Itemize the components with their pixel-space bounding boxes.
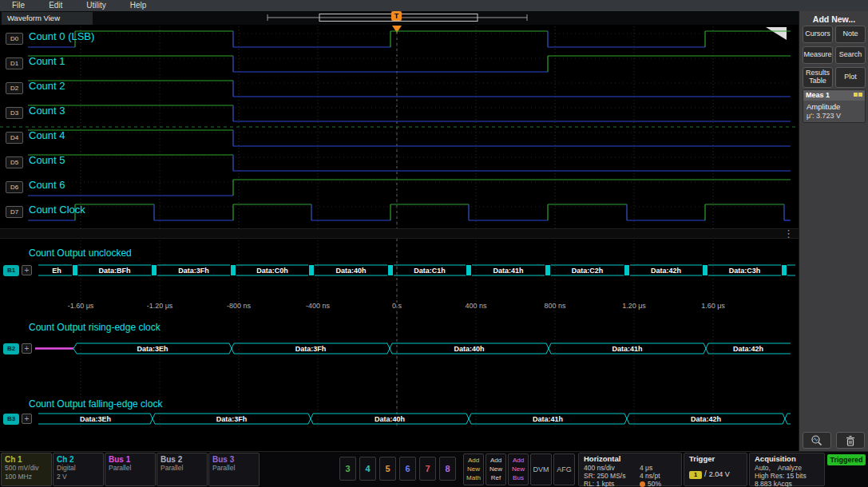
bus-value-label: Data:BFh [99,267,131,275]
channel-badge-name: Bus 3 [212,455,256,464]
horizontal-value: 4 ns/pt [640,472,660,480]
add-new-bus-button[interactable]: AddNewBus [508,453,529,485]
digital-badge-D1[interactable]: D1 [6,57,23,69]
menu-item-edit[interactable]: Edit [37,0,74,11]
acquisition-mode: Auto, Analyze [755,464,802,472]
digital-badge-D4[interactable]: D4 [6,132,23,144]
bus-transition-icon [231,265,236,275]
menu-item-help[interactable]: Help [118,0,159,11]
trigger-position-marker[interactable]: T [391,11,402,21]
bus-transition-icon [388,265,393,275]
channel-5-button[interactable]: 5 [379,457,396,481]
digital-badge-D0[interactable]: D0 [6,33,23,45]
bus-value-label: Data:40h [375,415,405,423]
channel-4-button[interactable]: 4 [359,457,376,481]
zoom-button[interactable] [803,432,831,449]
bus-value-label: Data:C3h [729,267,761,275]
waveform-display[interactable]: EhData:BFhData:3FhData:C0hData:40hData:C… [0,25,799,451]
digital-channel-row: D4Count 4 [0,125,799,150]
time-axis-label: -1.60 μs [68,302,94,310]
channel-badge-name: Bus 1 [109,455,152,464]
oscilloscope-app: FileEditUtilityHelp Waveform View T EhDa… [0,0,868,487]
channel-6-button[interactable]: 6 [399,457,416,481]
bus-value-label: Data:40h [454,345,484,353]
horizontal-value: RL: 1 kpts [584,480,614,487]
dvm-button[interactable]: DVM [530,453,552,485]
add-new-measure-button[interactable]: Measure [803,46,833,64]
channel-badge-name: Ch 1 [5,455,48,464]
bus-value-label: Data:41h [493,267,523,275]
menu-item-file[interactable]: File [0,0,37,11]
time-axis-label: 1.60 μs [701,302,725,310]
time-axis-label: 1.20 μs [622,302,646,310]
digital-badge-D6[interactable]: D6 [6,181,23,193]
digital-label-D7: Count Clock [29,204,85,216]
bus-value-label: Data:3Eh [137,345,168,353]
digital-channel-row: D7Count Clock [0,200,799,224]
digital-label-D1: Count 1 [29,55,65,67]
time-axis-label: -400 ns [306,302,330,310]
bus-value-label: Data:C2h [572,267,604,275]
tab-waveform-view[interactable]: Waveform View [2,12,93,25]
digital-label-D5: Count 5 [29,154,65,166]
acquisition-resolution: High Res: 15 bits [755,472,807,480]
horizontal-value: 400 ns/div [584,464,615,472]
bus-value-label: Data:40h [335,267,366,275]
add-new-math-button[interactable]: AddNewMath [463,453,484,485]
trigger-title: Trigger [684,453,747,464]
meas-badge[interactable]: Meas 1 Amplitude μ': 3.723 V [803,89,866,123]
meas-badge-header: Meas 1 [803,90,865,101]
channel-badge-bus-3[interactable]: Bus 3Parallel [208,453,260,486]
bus-badge-B2[interactable]: B2 [3,343,19,354]
add-new-search-button[interactable]: Search [835,46,866,64]
section-splitter[interactable]: ⋮ [0,228,799,239]
bus-badge-B3[interactable]: B3 [3,414,19,425]
add-new-ref-button[interactable]: AddNewRef [486,453,506,485]
channel-badge-bus-2[interactable]: Bus 2Parallel [157,453,208,486]
digital-badge-D7[interactable]: D7 [6,206,23,218]
trash-button[interactable] [836,432,865,449]
channel-badge-name: Bus 2 [161,455,204,464]
bus-expand-button-B2[interactable]: + [22,343,32,354]
bus-transition-icon [466,265,471,275]
menu-item-utility[interactable]: Utility [74,0,117,11]
afg-button[interactable]: AFG [553,453,575,485]
horizontal-value: 50% [640,480,661,487]
horizontal-settings[interactable]: Horizontal 400 ns/div4 μsSR: 250 MS/s4 n… [578,453,682,486]
channel-badge-ch-2[interactable]: Ch 2Digital2 V [53,453,104,486]
bus-expand-button-B3[interactable]: + [22,414,32,424]
bus-title-B2: Count Output rising-edge clock [29,322,161,333]
bus-value-label: Data:3Eh [80,415,111,423]
channel-7-button[interactable]: 7 [419,457,436,481]
digital-badge-D3[interactable]: D3 [6,107,23,119]
add-new-note-button[interactable]: Note [835,26,866,43]
add-new-cursors-button[interactable]: Cursors [803,26,833,43]
trigger-source-badge: 1 [689,471,702,479]
add-new-results-table-button[interactable]: Results Table [803,67,833,88]
digital-label-D0: Count 0 (LSB) [29,30,94,42]
trigger-slope-icon: / [704,469,707,478]
bus-transition-icon [545,265,550,275]
splitter-handle-icon: ⋮ [783,228,794,240]
digital-badge-D2[interactable]: D2 [6,82,23,94]
channel-badge-ch-1[interactable]: Ch 1500 mV/div100 MHz [1,453,52,486]
horizontal-position-icon [640,481,645,487]
digital-badge-D5[interactable]: D5 [6,156,23,168]
channel-badge-detail: 500 mV/div [5,464,48,473]
digital-channel-row: D0Count 0 (LSB) [0,26,799,51]
bus-badge-B1[interactable]: B1 [3,265,19,276]
channel-3-button[interactable]: 3 [339,457,356,481]
bus-value-label: Data:41h [533,415,563,423]
add-new-plot-button[interactable]: Plot [835,67,866,88]
meas-display-indicator-icon [854,93,862,97]
acquisition-settings[interactable]: Acquisition Auto, Analyze High Res: 15 b… [749,453,825,486]
bus-transition-icon [309,265,314,275]
channel-badge-bus-1[interactable]: Bus 1Parallel [105,453,156,486]
right-panel: Add New... CursorsNoteMeasureSearchResul… [799,11,868,451]
digital-channel-row: D2Count 2 [0,76,799,101]
bus-expand-button-B1[interactable]: + [22,265,32,275]
channel-8-button[interactable]: 8 [439,457,456,481]
trigger-level-value: 2.04 V [709,470,730,478]
zoom-icon [811,434,823,447]
trigger-settings[interactable]: Trigger 1/2.04 V [684,453,747,486]
